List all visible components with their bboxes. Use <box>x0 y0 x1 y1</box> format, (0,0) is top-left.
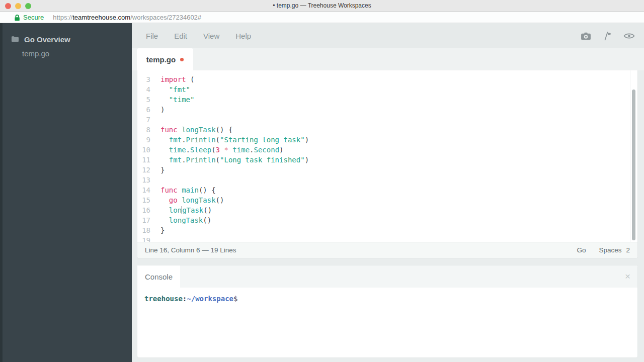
editor-scrollbar-track[interactable] <box>630 70 637 242</box>
line-number: 13 <box>137 175 150 185</box>
workspace-menubar: File Edit View Help <box>132 23 644 48</box>
menu-file[interactable]: File <box>146 32 158 40</box>
line-number: 17 <box>137 215 150 225</box>
line-number: 4 <box>137 84 150 95</box>
code-line[interactable]: 7 <box>137 115 630 125</box>
editor-status-bar: Line 16, Column 6 — 19 Lines Go Spaces 2 <box>137 242 637 258</box>
code-line[interactable]: 9 fmt.Println("Starting long task") <box>137 135 630 145</box>
code-text: func longTask() { <box>150 125 232 135</box>
editor-scrollbar-thumb[interactable] <box>632 89 635 240</box>
lock-icon <box>14 14 20 21</box>
sidebar-item-label: Go Overview <box>24 35 70 44</box>
url-text[interactable]: https://teamtreehouse.com/workspaces/272… <box>53 14 201 21</box>
code-line[interactable]: 17 longTask() <box>137 215 630 225</box>
close-icon[interactable]: × <box>625 265 630 288</box>
menu-edit[interactable]: Edit <box>174 32 187 40</box>
menu-help[interactable]: Help <box>235 32 251 40</box>
line-number: 7 <box>137 115 150 125</box>
flag-icon[interactable] <box>602 31 612 41</box>
code-line[interactable]: 11 fmt.Println("Long task finished") <box>137 155 630 165</box>
console-header: Console × <box>137 265 637 288</box>
code-line[interactable]: 18} <box>137 225 630 235</box>
code-line[interactable]: 14func main() { <box>137 185 630 195</box>
indent-settings-selector[interactable]: Spaces 2 <box>599 246 630 254</box>
secure-label: Secure <box>23 14 44 21</box>
cursor-position-status: Line 16, Column 6 — 19 Lines <box>145 246 577 254</box>
line-number: 11 <box>137 155 150 165</box>
code-text: func main() { <box>150 185 216 195</box>
sidebar-item-label: temp.go <box>22 49 49 58</box>
line-number: 10 <box>137 145 150 155</box>
line-number: 18 <box>137 225 150 235</box>
editor-tabbar: temp.go <box>132 48 644 70</box>
code-text <box>150 175 160 185</box>
line-number: 19 <box>137 235 150 242</box>
prompt-token: treehouse <box>144 295 183 303</box>
code-area[interactable]: 3import (4 "fmt"5 "time"6)78func longTas… <box>137 70 630 242</box>
code-line[interactable]: 5 "time" <box>137 95 630 105</box>
menubar-actions <box>581 23 635 48</box>
code-line[interactable]: 16 longTask() <box>137 205 630 215</box>
eye-icon[interactable] <box>623 32 635 40</box>
code-line[interactable]: 6) <box>137 105 630 115</box>
terminal-area[interactable]: treehouse:~/workspace$ <box>137 288 637 303</box>
indent-size: 2 <box>626 246 630 254</box>
code-text: import ( <box>150 74 194 84</box>
url-path: /workspaces/27234602# <box>130 14 201 21</box>
menu-view[interactable]: View <box>203 32 219 40</box>
code-text: ) <box>150 105 165 115</box>
code-text: "time" <box>150 95 194 105</box>
code-editor-panel: 3import (4 "fmt"5 "time"6)78func longTas… <box>137 70 638 258</box>
line-number: 9 <box>137 135 150 145</box>
line-number: 6 <box>137 105 150 115</box>
prompt-token: $ <box>233 295 237 303</box>
code-line[interactable]: 4 "fmt" <box>137 84 630 95</box>
tab-label: temp.go <box>146 55 176 64</box>
tab-temp-go[interactable]: temp.go <box>137 48 193 70</box>
url-scheme: https:// <box>53 14 72 21</box>
tab-console[interactable]: Console <box>137 265 180 288</box>
prompt-token: ~/workspace <box>187 295 233 303</box>
unsaved-dot-icon <box>180 58 184 61</box>
console-panel: Console × treehouse:~/workspace$ <box>137 265 638 358</box>
code-line[interactable]: 8func longTask() { <box>137 125 630 135</box>
indent-label: Spaces <box>599 246 621 254</box>
code-text: time.Sleep(3 * time.Second) <box>150 145 284 155</box>
console-prompt: treehouse:~/workspace$ <box>144 295 237 303</box>
code-line[interactable]: 13 <box>137 175 630 185</box>
code-line[interactable]: 3import ( <box>137 74 630 84</box>
code-line[interactable]: 15 go longTask() <box>137 195 630 205</box>
line-number: 3 <box>137 74 150 84</box>
window-title: • temp.go — Treehouse Workspaces <box>0 0 644 12</box>
sidebar-item-temp-go[interactable]: temp.go <box>3 46 132 60</box>
code-text: "fmt" <box>150 84 190 95</box>
code-text: fmt.Println("Long task finished") <box>150 155 309 165</box>
line-number: 12 <box>137 165 150 175</box>
code-text <box>150 115 160 125</box>
line-number: 15 <box>137 195 150 205</box>
address-bar[interactable]: Secure https://teamtreehouse.com/workspa… <box>0 12 644 23</box>
browser-titlebar: • temp.go — Treehouse Workspaces <box>0 0 644 12</box>
code-text <box>150 235 160 242</box>
code-text: longTask() <box>150 215 211 225</box>
line-number: 5 <box>137 95 150 105</box>
sidebar-item-go-overview[interactable]: Go Overview <box>3 32 132 46</box>
language-mode-selector[interactable]: Go <box>577 246 586 254</box>
code-text: go longTask() <box>150 195 224 205</box>
file-sidebar: Go Overview temp.go <box>0 23 132 362</box>
code-line[interactable]: 19 <box>137 235 630 242</box>
camera-icon[interactable] <box>581 32 591 40</box>
code-line[interactable]: 10 time.Sleep(3 * time.Second) <box>137 145 630 155</box>
folder-icon <box>11 36 19 43</box>
code-text: fmt.Println("Starting long task") <box>150 135 309 145</box>
line-number: 14 <box>137 185 150 195</box>
code-line[interactable]: 12} <box>137 165 630 175</box>
line-number: 8 <box>137 125 150 135</box>
url-domain: teamtreehouse.com <box>72 14 130 21</box>
line-number: 16 <box>137 205 150 215</box>
code-text: } <box>150 165 165 175</box>
code-text: } <box>150 225 165 235</box>
code-text: longTask() <box>150 205 212 215</box>
